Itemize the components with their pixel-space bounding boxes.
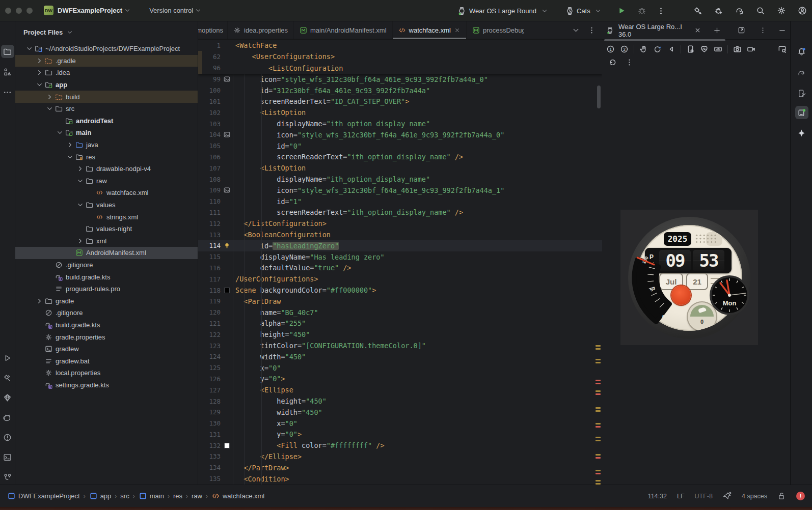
code-line[interactable]: 134 </PartDraw> — [198, 462, 602, 473]
code-line[interactable]: 127 <Ellipse — [198, 384, 602, 395]
code-line[interactable]: 121 alpha="255" — [198, 318, 602, 329]
device-header-scrollbar[interactable] — [604, 39, 725, 41]
chevron-right-icon[interactable] — [35, 56, 44, 65]
code-line[interactable]: 126 y="0"> — [198, 374, 602, 385]
warning-stripe-mark[interactable] — [596, 359, 601, 360]
vcs-menu[interactable]: Version control — [149, 7, 193, 14]
code-line[interactable]: 103 displayName="ith_option_display_name… — [198, 118, 602, 129]
color-preview-white[interactable] — [221, 443, 233, 448]
git-tool-button[interactable] — [1, 470, 14, 484]
tree-item[interactable]: build — [15, 91, 198, 103]
chevron-right-icon[interactable] — [65, 140, 74, 150]
code-viewport[interactable]: 99 icon="style_wfs_312c30bf_f64a_461e_9c… — [198, 74, 602, 485]
tree-item[interactable]: .gitignore — [15, 259, 198, 271]
breadcrumb-item[interactable]: main — [139, 492, 164, 500]
tree-item[interactable]: app — [15, 79, 198, 91]
tree-item[interactable]: gradle.properties — [15, 331, 198, 343]
device-tab-title[interactable]: Wear OS Large Ro...I 36.0 — [618, 23, 689, 38]
warning-stripe-mark[interactable] — [596, 362, 601, 363]
account-avatar-icon[interactable] — [798, 6, 807, 15]
editor-tab[interactable]: moptions — [198, 21, 228, 39]
close-device-tab-icon[interactable] — [694, 26, 701, 34]
hide-panel-icon[interactable] — [778, 26, 786, 34]
caret-position[interactable]: 114:32 — [648, 493, 667, 500]
error-stripe-mark[interactable] — [596, 457, 601, 459]
device-selector[interactable]: Wear OS Large Round — [457, 7, 548, 15]
hardware-input-icon[interactable] — [714, 45, 722, 53]
error-stripe-mark[interactable] — [596, 393, 601, 395]
tree-item[interactable]: build.gradle.kts — [15, 319, 198, 331]
lock-icon[interactable] — [777, 492, 786, 500]
tree-item[interactable]: gradle — [15, 295, 198, 307]
debug-button[interactable] — [637, 6, 646, 15]
gradle-sync-icon[interactable] — [735, 6, 744, 15]
breadcrumb-item[interactable]: app — [89, 492, 112, 500]
hidden-tabs-chevron-icon[interactable] — [572, 26, 580, 35]
sticky-line[interactable]: 96 <ListConfiguration — [198, 63, 602, 74]
code-line[interactable]: 135 <Condition> — [198, 473, 602, 485]
tab-options-kebab-icon[interactable] — [587, 26, 596, 35]
code-line[interactable]: 114 id="hasLeadingZero" — [198, 240, 602, 251]
tree-item[interactable]: values-night — [15, 223, 198, 235]
project-view-selector[interactable]: Project Files — [15, 21, 198, 43]
tree-item[interactable]: settings.gradle.kts — [15, 379, 198, 391]
code-line[interactable]: 101 screenReaderText="ID_CAT_STEP_OVER"> — [198, 96, 602, 107]
profiler-icon[interactable] — [714, 6, 723, 15]
chevron-right-icon[interactable] — [45, 92, 54, 101]
warning-stripe-mark[interactable] — [596, 348, 601, 350]
tree-item[interactable]: xml — [15, 235, 198, 247]
close-window-button[interactable] — [5, 8, 11, 14]
editor-tab[interactable]: main/AndroidManifest.xml — [294, 21, 393, 39]
code-line[interactable]: 104 icon="style_wfs_312c30bf_f64a_461e_9… — [198, 129, 602, 140]
error-stripe-mark[interactable] — [596, 473, 601, 474]
code-line[interactable]: 110 id="1" — [198, 196, 602, 207]
screen-record-icon[interactable] — [747, 45, 755, 53]
screen-search-icon[interactable] — [778, 45, 787, 53]
restart-device-icon[interactable] — [608, 58, 617, 67]
editor-tab[interactable]: idea.properties — [228, 21, 294, 39]
code-line[interactable]: 119 <PartDraw — [198, 296, 602, 307]
code-line[interactable]: 130 x="0" — [198, 418, 602, 429]
more-tool-windows-button[interactable] — [1, 86, 14, 99]
tree-item[interactable]: .gitignore — [15, 307, 198, 319]
code-line[interactable]: 107 <ListOption — [198, 162, 602, 174]
toolbar-kebab-icon[interactable] — [625, 58, 634, 67]
palm-button-icon[interactable] — [639, 45, 648, 53]
chevron-right-icon[interactable] — [35, 68, 44, 77]
warning-stripe-mark[interactable] — [596, 480, 601, 481]
terminal-tool-button[interactable] — [1, 450, 14, 464]
search-icon[interactable] — [756, 6, 765, 15]
warning-stripe-mark[interactable] — [596, 470, 601, 471]
structure-tool-button[interactable] — [1, 65, 14, 78]
tree-item[interactable]: res — [15, 151, 198, 163]
editor-tab[interactable]: watchface.xml — [393, 21, 467, 39]
error-indicator[interactable]: ! — [796, 492, 805, 500]
running-devices-tool-button[interactable] — [795, 106, 808, 119]
drawable-preview-icon[interactable] — [221, 131, 233, 138]
project-tool-button[interactable] — [1, 45, 14, 58]
tree-item[interactable]: raw — [15, 175, 198, 187]
warning-stripe-mark[interactable] — [596, 440, 601, 441]
breadcrumb-item[interactable]: watchface.xml — [211, 492, 264, 500]
code-line[interactable]: 116 defaultValue="true" /> — [198, 263, 602, 274]
maximize-window-button[interactable] — [26, 8, 33, 14]
tree-item[interactable]: build.gradle.kts — [15, 271, 198, 283]
device-settings-icon[interactable] — [686, 45, 695, 53]
warning-stripe-mark[interactable] — [596, 345, 601, 347]
project-selector[interactable]: DWFExampleProject — [58, 7, 122, 14]
tree-item[interactable]: gradlew.bat — [15, 355, 198, 367]
display-2-icon[interactable]: 2 — [620, 45, 629, 53]
warning-stripe-mark[interactable] — [596, 437, 601, 438]
tree-item[interactable]: src — [15, 103, 198, 115]
chevron-down-icon[interactable] — [24, 44, 34, 53]
add-device-icon[interactable] — [713, 26, 721, 34]
device-screen[interactable]: 2025 P M 09 53 Jul 21 — [620, 210, 758, 345]
close-tab-icon[interactable] — [454, 27, 461, 34]
color-preview-black[interactable] — [221, 288, 233, 293]
warning-stripe-mark[interactable] — [596, 410, 601, 412]
gemini-tool-button[interactable] — [795, 126, 808, 139]
code-line[interactable]: 109 icon="style_wfs_312c30bf_f64a_461e_9… — [198, 185, 602, 196]
tree-item[interactable]: local.properties — [15, 367, 198, 379]
tree-item[interactable]: .idea — [15, 67, 198, 79]
code-line[interactable]: 131 y="0"> — [198, 429, 602, 440]
